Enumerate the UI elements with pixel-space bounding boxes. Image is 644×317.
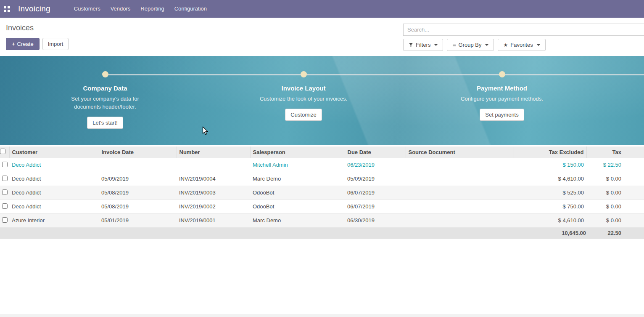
cell-customer: Deco Addict <box>9 158 99 172</box>
totals-empty-cell <box>177 227 250 239</box>
total-tax-excluded: 10,645.00 <box>514 227 586 239</box>
cell-source-document <box>406 158 514 172</box>
search-option-buttons: Filters ≡ Group By ★ Favorites <box>403 39 644 51</box>
customize-button[interactable]: Customize <box>285 109 322 121</box>
caret-down-icon <box>537 44 540 46</box>
column-header-invoice-date[interactable]: Invoice Date <box>99 147 177 158</box>
cell-due-date: 06/07/2019 <box>345 186 406 200</box>
search-input[interactable] <box>403 24 644 36</box>
control-panel-left: Invoices + Create Import <box>6 24 69 50</box>
row-checkbox[interactable] <box>2 217 8 223</box>
table-row[interactable]: Deco Addict 05/09/2019 INV/2019/0004 Mar… <box>0 172 644 186</box>
row-checkbox-cell <box>0 172 9 186</box>
totals-empty-cell <box>250 227 345 239</box>
cell-tax-excluded: $ 4,610.00 <box>514 213 586 227</box>
create-button[interactable]: + Create <box>6 38 40 50</box>
create-button-label: Create <box>17 41 34 47</box>
table-row[interactable]: Azure Interior 05/01/2019 INV/2019/0001 … <box>0 213 644 227</box>
step-dot <box>499 71 505 77</box>
nav-item-customers[interactable]: Customers <box>69 0 106 18</box>
caret-down-icon <box>434 44 438 46</box>
filters-button-label: Filters <box>416 42 430 48</box>
cell-invoice-date: 05/08/2019 <box>99 186 177 200</box>
cell-tax-excluded: $ 4,610.00 <box>514 172 586 186</box>
table-row[interactable]: Deco Addict 05/08/2019 INV/2019/0002 Odo… <box>0 200 644 213</box>
apps-grid-icon[interactable] <box>4 6 10 12</box>
caret-down-icon <box>485 44 488 46</box>
row-checkbox[interactable] <box>2 176 8 181</box>
column-header-tax[interactable]: Tax <box>586 147 644 158</box>
cell-salesperson: Marc Demo <box>250 172 345 186</box>
step-title: Company Data <box>83 85 127 92</box>
app-name[interactable]: Invoicing <box>18 4 50 13</box>
apps-grid-square <box>4 10 6 12</box>
nav-menu: Customers Vendors Reporting Configuratio… <box>69 0 212 18</box>
group-by-button[interactable]: ≡ Group By <box>447 39 494 51</box>
table-row[interactable]: Deco Addict 05/08/2019 INV/2019/0003 Odo… <box>0 186 644 200</box>
cell-tax: $ 0.00 <box>586 186 644 200</box>
row-checkbox[interactable] <box>2 203 8 209</box>
total-tax: 22.50 <box>586 227 644 239</box>
onboarding-step-payment-method: Payment Method Configure your payment me… <box>403 56 601 129</box>
row-checkbox[interactable] <box>2 162 8 167</box>
lets-start-button[interactable]: Let's start! <box>87 117 123 129</box>
table-totals-row: 10,645.00 22.50 <box>0 227 644 239</box>
column-header-customer[interactable]: Customer <box>9 147 99 158</box>
nav-item-reporting[interactable]: Reporting <box>135 0 169 18</box>
cell-due-date: 06/07/2019 <box>345 200 406 213</box>
nav-item-configuration[interactable]: Configuration <box>169 0 212 18</box>
totals-empty-cell <box>99 227 177 239</box>
step-title: Invoice Layout <box>281 85 325 92</box>
cell-due-date: 06/30/2019 <box>345 213 406 227</box>
step-title: Payment Method <box>477 85 527 92</box>
apps-grid-square <box>8 10 10 12</box>
cell-source-document <box>406 213 514 227</box>
cell-tax: $ 0.00 <box>586 172 644 186</box>
filters-button[interactable]: Filters <box>403 39 443 51</box>
top-navbar: Invoicing Customers Vendors Reporting Co… <box>0 0 644 18</box>
cell-tax-excluded: $ 525.00 <box>514 186 586 200</box>
apps-grid-square <box>4 6 6 8</box>
totals-empty-cell <box>9 227 99 239</box>
page-title: Invoices <box>6 24 69 32</box>
cell-customer: Deco Addict <box>9 200 99 213</box>
cell-salesperson: Marc Demo <box>250 213 345 227</box>
cell-salesperson: Mitchell Admin <box>250 158 345 172</box>
cell-invoice-date: 05/09/2019 <box>99 172 177 186</box>
nav-item-vendors[interactable]: Vendors <box>106 0 136 18</box>
cell-salesperson: OdooBot <box>250 186 345 200</box>
cell-number: INV/2019/0002 <box>177 200 250 213</box>
import-button-label: Import <box>48 41 63 47</box>
set-payments-button[interactable]: Set payments <box>480 109 524 121</box>
plus-icon: + <box>12 41 15 47</box>
column-header-number[interactable]: Number <box>177 147 250 158</box>
column-header-tax-excluded[interactable]: Tax Excluded <box>514 147 586 158</box>
column-header-source-document[interactable]: Source Document <box>406 147 514 158</box>
control-panel-right: Filters ≡ Group By ★ Favorites <box>403 24 644 51</box>
onboarding-step-company-data: Company Data Set your company's data for… <box>6 56 204 129</box>
onboarding-step-invoice-layout: Invoice Layout Customize the look of you… <box>204 56 403 129</box>
cell-tax: $ 0.00 <box>586 213 644 227</box>
step-dot <box>301 71 307 77</box>
cell-due-date: 05/09/2019 <box>345 172 406 186</box>
cell-number: INV/2019/0003 <box>177 186 250 200</box>
cell-customer: Azure Interior <box>9 213 99 227</box>
cell-source-document <box>406 172 514 186</box>
step-description: Customize the look of your invoices. <box>260 95 347 103</box>
column-header-salesperson[interactable]: Salesperson <box>250 147 345 158</box>
row-checkbox[interactable] <box>2 189 8 195</box>
cell-invoice-date <box>99 158 177 172</box>
column-header-due-date[interactable]: Due Date <box>345 147 406 158</box>
row-checkbox-cell <box>0 186 9 200</box>
import-button[interactable]: Import <box>42 38 69 50</box>
favorites-button[interactable]: ★ Favorites <box>498 39 545 51</box>
select-all-checkbox[interactable] <box>0 149 5 154</box>
row-checkbox-cell <box>0 158 9 172</box>
group-by-button-label: Group By <box>459 42 482 48</box>
horizontal-scrollbar[interactable] <box>0 314 644 317</box>
table-row[interactable]: Deco Addict Mitchell Admin 06/23/2019 $ … <box>0 158 644 172</box>
cell-due-date: 06/23/2019 <box>345 158 406 172</box>
cell-number: INV/2019/0004 <box>177 172 250 186</box>
control-panel: Invoices + Create Import Filters ≡ Group… <box>0 18 644 56</box>
filter-icon <box>409 43 413 47</box>
